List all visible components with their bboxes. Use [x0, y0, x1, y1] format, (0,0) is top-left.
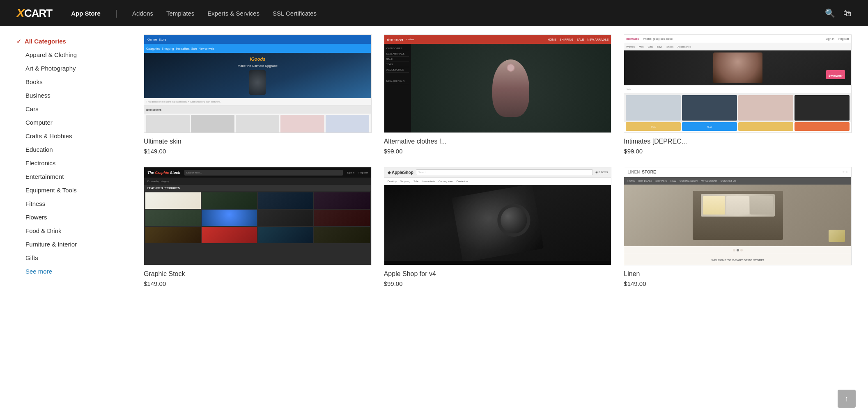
search-icon[interactable]: 🔍 [825, 8, 835, 18]
sidebar-item-books[interactable]: Books [16, 75, 131, 89]
sidebar-item-gifts[interactable]: Gifts [16, 251, 131, 265]
sidebar-item-equipment-tools[interactable]: Equipment & Tools [16, 183, 131, 197]
sidebar-item-label: Food & Drink [25, 227, 62, 234]
product-card-graphic-stock[interactable]: The Graphic Stock Search here... Sign in… [144, 167, 372, 287]
sidebar-item-label: Business [25, 92, 51, 99]
sidebar-item-business[interactable]: Business [16, 89, 131, 102]
main-nav: App Store | Addons Templates Experts & S… [64, 9, 323, 18]
sidebar-item-cars[interactable]: Cars [16, 102, 131, 116]
header-left: X CART App Store | Addons Templates Expe… [16, 6, 323, 20]
sidebar-item-computer[interactable]: Computer [16, 116, 131, 129]
nav-item-ssl-certificates[interactable]: SSL Certificates [266, 10, 323, 17]
product-image-ultimate-skin: OnlineStore Categories Shopping Bestsell… [144, 34, 372, 133]
nav-item-addons[interactable]: Addons [126, 10, 160, 17]
logo[interactable]: X CART [16, 6, 52, 20]
product-image-apple-shop: ◆ AppleShop Search... ◉ 0 items DesktopS… [384, 167, 612, 265]
sidebar-item-all-categories[interactable]: ✓ All Categories [16, 34, 131, 48]
product-price: $99.00 [624, 148, 852, 155]
nav-divider: | [115, 9, 117, 18]
header: X CART App Store | Addons Templates Expe… [0, 0, 868, 26]
sidebar-item-label: Furniture & Interior [25, 241, 77, 248]
sidebar-item-label: Art & Photography [25, 65, 76, 72]
sidebar-item-label: Crafts & Hobbies [25, 132, 72, 139]
sidebar-item-art-photography[interactable]: Art & Photography [16, 62, 131, 75]
sidebar-item-label: Gifts [25, 254, 38, 261]
sidebar-item-label: All Categories [25, 38, 66, 45]
sidebar-item-label: Flowers [25, 214, 47, 221]
cart-icon[interactable]: 🛍 [843, 9, 852, 18]
product-card-alternative-clothes[interactable]: alternative clothes HOME SHIPPING SALE N… [384, 34, 612, 155]
sidebar-item-food-drink[interactable]: Food & Drink [16, 224, 131, 237]
product-price: $99.00 [384, 280, 612, 287]
logo-cart: CART [24, 7, 52, 20]
sidebar-item-entertainment[interactable]: Entertainment [16, 170, 131, 183]
product-title: Apple Shop for v4 [384, 270, 612, 278]
sidebar-item-furniture-interior[interactable]: Furniture & Interior [16, 237, 131, 251]
sidebar: ✓ All Categories Apparel & Clothing Art … [16, 34, 131, 287]
header-right: 🔍 🛍 [825, 8, 852, 18]
check-icon: ✓ [16, 38, 21, 45]
sidebar-item-label: Entertainment [25, 173, 64, 180]
sidebar-item-apparel-clothing[interactable]: Apparel & Clothing [16, 48, 131, 62]
sidebar-item-education[interactable]: Education [16, 143, 131, 156]
product-image-alternative-clothes: alternative clothes HOME SHIPPING SALE N… [384, 34, 612, 133]
product-title: Graphic Stock [144, 270, 372, 278]
product-image-linen: LINEN STORE ☆ ☆ HOMEHOT DEALSSHIPPINGNEW… [624, 167, 852, 265]
product-image-graphic-stock: The Graphic Stock Search here... Sign in… [144, 167, 372, 265]
sidebar-item-label: Apparel & Clothing [25, 51, 77, 58]
product-price: $99.00 [384, 148, 612, 155]
sidebar-item-electronics[interactable]: Electronics [16, 156, 131, 170]
product-grid: OnlineStore Categories Shopping Bestsell… [144, 34, 852, 287]
sidebar-item-flowers[interactable]: Flowers [16, 210, 131, 224]
sidebar-item-fitness[interactable]: Fitness [16, 197, 131, 210]
nav-item-experts-services[interactable]: Experts & Services [201, 10, 266, 17]
sidebar-item-crafts-hobbies[interactable]: Crafts & Hobbies [16, 129, 131, 143]
main-content: ✓ All Categories Apparel & Clothing Art … [0, 26, 868, 295]
product-price: $149.00 [144, 148, 372, 155]
sidebar-item-label: Computer [25, 119, 53, 126]
product-card-linen[interactable]: LINEN STORE ☆ ☆ HOMEHOT DEALSSHIPPINGNEW… [624, 167, 852, 287]
sidebar-item-label: Fitness [25, 200, 45, 207]
see-more-link[interactable]: See more [16, 265, 131, 278]
sidebar-item-label: Education [25, 146, 53, 153]
product-title: Alternative clothes f... [384, 138, 612, 145]
product-price: $149.00 [624, 280, 852, 287]
sidebar-item-label: Cars [25, 105, 39, 112]
product-image-intimates: intimates Phone: (555) 555-5555 Sign inR… [624, 34, 852, 133]
logo-x: X [16, 6, 24, 20]
product-card-apple-shop[interactable]: ◆ AppleShop Search... ◉ 0 items DesktopS… [384, 167, 612, 287]
nav-item-templates[interactable]: Templates [160, 10, 201, 17]
product-title: Intimates [DEPREC... [624, 138, 852, 145]
product-title: Linen [624, 270, 852, 278]
product-title: Ultimate skin [144, 138, 372, 145]
product-price: $149.00 [144, 280, 372, 287]
product-card-intimates[interactable]: intimates Phone: (555) 555-5555 Sign inR… [624, 34, 852, 155]
sidebar-item-label: Books [25, 78, 43, 85]
sidebar-item-label: Electronics [25, 160, 55, 167]
sidebar-item-label: Equipment & Tools [25, 187, 77, 194]
product-card-ultimate-skin[interactable]: OnlineStore Categories Shopping Bestsell… [144, 34, 372, 155]
nav-item-app-store[interactable]: App Store [64, 10, 107, 17]
